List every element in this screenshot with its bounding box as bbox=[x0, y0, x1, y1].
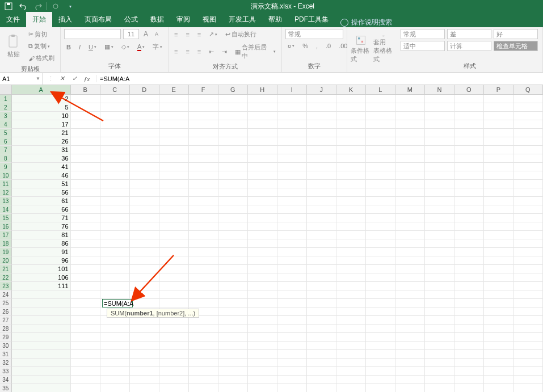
cell[interactable] bbox=[336, 214, 366, 222]
cell[interactable] bbox=[484, 367, 513, 376]
cell[interactable] bbox=[513, 163, 543, 171]
col-header-K[interactable]: K bbox=[336, 85, 366, 94]
cell[interactable] bbox=[307, 350, 336, 359]
cell[interactable] bbox=[484, 129, 513, 137]
cell[interactable] bbox=[159, 265, 189, 273]
cell[interactable] bbox=[100, 188, 130, 197]
cell[interactable] bbox=[277, 214, 307, 222]
cell[interactable] bbox=[484, 112, 513, 120]
row-header[interactable]: 29 bbox=[0, 333, 12, 342]
cell[interactable] bbox=[277, 231, 307, 239]
cell[interactable] bbox=[218, 188, 248, 197]
cell[interactable] bbox=[218, 146, 248, 154]
cell[interactable] bbox=[218, 129, 248, 137]
cell[interactable] bbox=[71, 239, 100, 248]
cell[interactable] bbox=[513, 290, 543, 299]
cell[interactable] bbox=[218, 222, 248, 231]
cell[interactable] bbox=[366, 137, 395, 146]
font-color-button[interactable]: A▾ bbox=[135, 42, 147, 52]
cell[interactable] bbox=[395, 188, 425, 197]
cell[interactable] bbox=[71, 316, 100, 324]
cell[interactable] bbox=[454, 137, 484, 146]
cell[interactable] bbox=[130, 154, 159, 163]
cell[interactable] bbox=[277, 367, 307, 376]
cell[interactable] bbox=[307, 359, 336, 367]
cell[interactable] bbox=[513, 248, 543, 256]
cell[interactable] bbox=[395, 299, 425, 307]
cell[interactable] bbox=[189, 342, 218, 350]
cell[interactable] bbox=[425, 205, 454, 214]
cell[interactable] bbox=[336, 112, 366, 120]
cell[interactable] bbox=[159, 214, 189, 222]
cell[interactable] bbox=[395, 342, 425, 350]
cell[interactable] bbox=[130, 256, 159, 265]
row-header[interactable]: 9 bbox=[0, 163, 12, 171]
cell[interactable] bbox=[513, 112, 543, 120]
cell[interactable] bbox=[395, 214, 425, 222]
cell[interactable] bbox=[336, 222, 366, 231]
cell[interactable] bbox=[366, 265, 395, 273]
cell[interactable] bbox=[100, 290, 130, 299]
undo-icon[interactable] bbox=[17, 0, 30, 12]
cell[interactable] bbox=[454, 129, 484, 137]
cell[interactable] bbox=[307, 188, 336, 197]
cell[interactable] bbox=[218, 273, 248, 282]
cell[interactable] bbox=[71, 112, 100, 120]
cell[interactable] bbox=[189, 205, 218, 214]
cell[interactable] bbox=[100, 214, 130, 222]
cell[interactable] bbox=[454, 180, 484, 188]
grow-font-button[interactable]: A bbox=[141, 29, 150, 39]
cell[interactable] bbox=[71, 222, 100, 231]
cell[interactable] bbox=[513, 299, 543, 307]
row-header[interactable]: 20 bbox=[0, 256, 12, 265]
row-header[interactable]: 12 bbox=[0, 188, 12, 197]
conditional-format-button[interactable]: 条件格式 bbox=[351, 35, 371, 64]
cell[interactable] bbox=[513, 342, 543, 350]
cell[interactable] bbox=[12, 384, 71, 392]
cell[interactable] bbox=[366, 342, 395, 350]
cell[interactable] bbox=[248, 214, 277, 222]
cell[interactable] bbox=[454, 256, 484, 265]
cell[interactable] bbox=[130, 376, 159, 384]
cell[interactable] bbox=[189, 256, 218, 265]
cell[interactable] bbox=[336, 180, 366, 188]
tab-file[interactable]: 文件 bbox=[0, 12, 26, 27]
tab-pdf[interactable]: PDF工具集 bbox=[288, 12, 335, 27]
cell[interactable] bbox=[277, 248, 307, 256]
cell[interactable] bbox=[454, 146, 484, 154]
cell[interactable] bbox=[513, 205, 543, 214]
orientation-button[interactable]: ↗▾ bbox=[207, 29, 220, 39]
cell[interactable] bbox=[336, 350, 366, 359]
cell[interactable] bbox=[336, 146, 366, 154]
cell[interactable] bbox=[425, 214, 454, 222]
cell[interactable] bbox=[395, 154, 425, 163]
row-header[interactable]: 27 bbox=[0, 316, 12, 324]
cell[interactable] bbox=[71, 205, 100, 214]
cell[interactable] bbox=[218, 333, 248, 342]
cell[interactable] bbox=[277, 154, 307, 163]
style-bad[interactable]: 差 bbox=[447, 29, 491, 39]
cell[interactable] bbox=[513, 282, 543, 290]
cell[interactable] bbox=[277, 129, 307, 137]
row-header[interactable]: 26 bbox=[0, 307, 12, 316]
cell[interactable] bbox=[130, 324, 159, 333]
cell[interactable] bbox=[100, 163, 130, 171]
cell[interactable] bbox=[425, 384, 454, 392]
cell[interactable] bbox=[159, 367, 189, 376]
cell[interactable] bbox=[336, 95, 366, 103]
cell[interactable] bbox=[513, 367, 543, 376]
cell[interactable]: 96 bbox=[12, 256, 71, 265]
cell[interactable] bbox=[484, 146, 513, 154]
cell[interactable] bbox=[425, 137, 454, 146]
cell[interactable] bbox=[336, 163, 366, 171]
cell[interactable] bbox=[425, 265, 454, 273]
cell[interactable] bbox=[130, 146, 159, 154]
cell[interactable] bbox=[307, 273, 336, 282]
cell[interactable] bbox=[71, 163, 100, 171]
cell[interactable] bbox=[248, 205, 277, 214]
cell[interactable] bbox=[366, 188, 395, 197]
cell[interactable] bbox=[100, 248, 130, 256]
cell[interactable] bbox=[425, 146, 454, 154]
cell[interactable] bbox=[189, 350, 218, 359]
cell[interactable] bbox=[366, 282, 395, 290]
